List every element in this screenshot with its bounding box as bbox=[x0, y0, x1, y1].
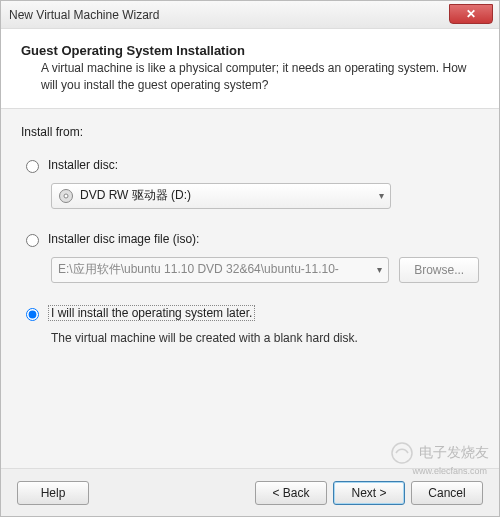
disc-drive-dropdown[interactable]: DVD RW 驱动器 (D:) ▾ bbox=[51, 183, 391, 209]
chevron-down-icon: ▾ bbox=[379, 190, 384, 201]
close-button[interactable]: ✕ bbox=[449, 4, 493, 24]
radio-iso-input[interactable] bbox=[26, 234, 39, 247]
footer-panel: Help < Back Next > Cancel bbox=[1, 468, 499, 516]
header-panel: Guest Operating System Installation A vi… bbox=[1, 29, 499, 109]
cancel-button-label: Cancel bbox=[428, 486, 465, 500]
close-icon: ✕ bbox=[466, 7, 476, 21]
page-description: A virtual machine is like a physical com… bbox=[41, 60, 479, 94]
radio-install-later-input[interactable] bbox=[26, 308, 39, 321]
window-title: New Virtual Machine Wizard bbox=[9, 8, 449, 22]
radio-installer-disc[interactable]: Installer disc: bbox=[21, 157, 479, 173]
browse-button[interactable]: Browse... bbox=[399, 257, 479, 283]
disc-drive-value: DVD RW 驱动器 (D:) bbox=[80, 187, 373, 204]
chevron-down-icon: ▾ bbox=[377, 264, 382, 275]
next-button-label: Next > bbox=[351, 486, 386, 500]
radio-iso-label: Installer disc image file (iso): bbox=[48, 232, 199, 246]
browse-button-label: Browse... bbox=[414, 263, 464, 277]
disc-icon bbox=[58, 188, 74, 204]
titlebar: New Virtual Machine Wizard ✕ bbox=[1, 1, 499, 29]
page-title: Guest Operating System Installation bbox=[21, 43, 479, 58]
back-button[interactable]: < Back bbox=[255, 481, 327, 505]
radio-installer-disc-label: Installer disc: bbox=[48, 158, 118, 172]
back-button-label: < Back bbox=[272, 486, 309, 500]
radio-install-later-label: I will install the operating system late… bbox=[48, 305, 255, 321]
next-button[interactable]: Next > bbox=[333, 481, 405, 505]
radio-iso[interactable]: Installer disc image file (iso): bbox=[21, 231, 479, 247]
install-from-label: Install from: bbox=[21, 125, 479, 139]
svg-point-1 bbox=[64, 194, 68, 198]
option-installer-disc: Installer disc: DVD RW 驱动器 (D:) ▾ bbox=[21, 157, 479, 209]
help-button-label: Help bbox=[41, 486, 66, 500]
radio-installer-disc-input[interactable] bbox=[26, 160, 39, 173]
iso-path-combobox[interactable]: E:\应用软件\ubuntu 11.10 DVD 32&64\ubuntu-11… bbox=[51, 257, 389, 283]
install-later-description: The virtual machine will be created with… bbox=[51, 331, 479, 345]
option-iso-file: Installer disc image file (iso): E:\应用软件… bbox=[21, 231, 479, 283]
cancel-button[interactable]: Cancel bbox=[411, 481, 483, 505]
radio-install-later[interactable]: I will install the operating system late… bbox=[21, 305, 479, 321]
iso-path-value: E:\应用软件\ubuntu 11.10 DVD 32&64\ubuntu-11… bbox=[58, 261, 371, 278]
help-button[interactable]: Help bbox=[17, 481, 89, 505]
body-panel: Install from: Installer disc: DVD RW 驱动器… bbox=[1, 109, 499, 468]
wizard-window: New Virtual Machine Wizard ✕ Guest Opera… bbox=[0, 0, 500, 517]
option-install-later: I will install the operating system late… bbox=[21, 305, 479, 345]
